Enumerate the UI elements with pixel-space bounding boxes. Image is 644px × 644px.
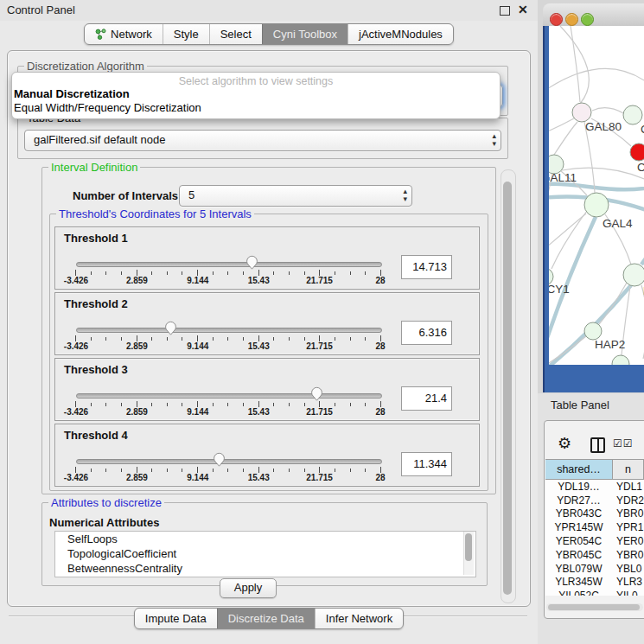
table-row[interactable]: YLR345WYLR3	[545, 576, 644, 590]
gear-icon[interactable]: ⚙	[558, 434, 571, 453]
table-row[interactable]: YBL079WYBL0	[545, 562, 644, 576]
table-row[interactable]: YDL19…YDL1	[545, 480, 644, 494]
tick-label: 21.715	[306, 341, 333, 351]
apply-button[interactable]: Apply	[220, 578, 277, 598]
network-window-titlebar[interactable]	[543, 3, 644, 27]
network-node[interactable]	[623, 105, 642, 124]
tab-select-label: Select	[220, 28, 252, 41]
algorithm-option-equal-width[interactable]: Equal Width/Frequency Discretization	[12, 101, 500, 115]
table-row[interactable]: YDR27…YDR2	[545, 494, 644, 507]
threshold-value-field[interactable]: 11.344	[401, 452, 452, 476]
table-cell[interactable]: YDR2	[612, 494, 644, 507]
network-node[interactable]	[630, 143, 644, 161]
attribute-list-item[interactable]: TopologicalCoefficient	[55, 546, 475, 561]
table-row[interactable]: YIL052CYIL0	[545, 589, 644, 596]
bottom-tab-bar: Impute Data Discretize Data Infer Networ…	[0, 608, 538, 629]
table-row[interactable]: YBR045CYBR0	[545, 548, 644, 562]
number-of-intervals-label: Number of Intervals	[73, 189, 178, 202]
network-edge[interactable]	[592, 108, 623, 113]
threshold-value-field[interactable]: 14.713	[401, 255, 452, 279]
tab-select[interactable]: Select	[209, 24, 262, 44]
network-edge[interactable]	[549, 68, 644, 97]
close-traffic-light-icon[interactable]	[550, 13, 563, 26]
network-node[interactable]	[623, 264, 644, 286]
split-columns-icon[interactable]	[590, 437, 605, 453]
tab-network[interactable]: Network	[85, 24, 163, 44]
tab-infer-network[interactable]: Infer Network	[315, 609, 403, 628]
panel-scrollbar-thumb[interactable]	[503, 182, 512, 595]
minimize-traffic-light-icon[interactable]	[565, 13, 578, 26]
threshold-value-field[interactable]: 21.4	[401, 386, 452, 411]
table-cell[interactable]: YDR27…	[545, 494, 612, 507]
table-cell[interactable]: YBR0	[612, 507, 643, 520]
network-node[interactable]	[572, 103, 591, 122]
table-header-row: shared… n	[545, 459, 644, 480]
attribute-list-item[interactable]: BetweennessCentrality	[55, 561, 475, 576]
network-node[interactable]	[584, 193, 609, 217]
attribute-list-item[interactable]: SelfLoops	[55, 532, 475, 546]
tick-label: 15.43	[248, 341, 270, 351]
slider-thumb-icon[interactable]	[213, 452, 226, 467]
slider-thumb-icon[interactable]	[310, 386, 323, 401]
network-graph[interactable]: GAL80GAGAL11GAL4GCY1HAHAP2C	[549, 26, 644, 365]
table-row[interactable]: YPR145WYPR1	[545, 520, 644, 534]
attributes-scrollbar-thumb[interactable]	[465, 533, 472, 561]
threshold-slider[interactable]	[76, 459, 382, 464]
float-window-icon[interactable]	[500, 6, 510, 16]
threshold-slider[interactable]	[76, 393, 382, 399]
checkbox-icons[interactable]: ☑☑	[613, 437, 634, 450]
table-cell[interactable]: YIL0	[612, 590, 638, 596]
table-cell[interactable]: YBR0	[612, 549, 643, 561]
table-cell[interactable]: YDL1	[612, 481, 642, 493]
slider-ticks	[75, 467, 381, 473]
network-edge[interactable]	[552, 211, 587, 269]
attributes-group-label: Attributes to discretize	[48, 496, 164, 509]
network-node-label: GCY1	[549, 283, 570, 296]
network-edge[interactable]	[549, 118, 574, 138]
table-horizontal-scrollbar-thumb[interactable]	[548, 604, 640, 610]
threshold-slider[interactable]	[76, 262, 382, 267]
table-cell[interactable]: YLR3	[612, 576, 642, 588]
table-cell[interactable]: YLR345W	[545, 576, 612, 588]
table-cell[interactable]: YBR043C	[545, 507, 612, 520]
table-cell[interactable]: YER054C	[545, 535, 612, 547]
zoom-traffic-light-icon[interactable]	[581, 13, 594, 26]
table-cell[interactable]: YPR1	[612, 521, 643, 533]
network-edge[interactable]	[560, 26, 589, 104]
network-edge[interactable]	[571, 26, 580, 102]
algorithm-placeholder-option[interactable]: Select algorithm to view settings	[12, 73, 500, 87]
threshold-title: Threshold 2	[64, 297, 128, 310]
table-cell[interactable]: YDL19…	[545, 481, 612, 493]
tab-jactivemnodules[interactable]: jActiveMNodules	[348, 24, 453, 44]
algorithm-option-manual[interactable]: Manual Discretization	[12, 87, 500, 101]
table-data-combobox[interactable]: galFiltered.sif default node ▴▾	[24, 130, 501, 151]
tab-impute-data[interactable]: Impute Data	[135, 609, 217, 628]
threshold-list: Threshold 1 -3.4262.8599.14415.4321.7152…	[54, 226, 480, 489]
table-cell[interactable]: YBR045C	[545, 549, 612, 561]
network-edge[interactable]	[549, 184, 644, 190]
network-node[interactable]	[584, 322, 602, 340]
table-cell[interactable]: YER0	[612, 535, 643, 547]
table-cell[interactable]: YIL052C	[545, 590, 612, 596]
threshold-panel: Threshold 4 -3.4262.8599.14415.4321.7152…	[54, 424, 480, 487]
tick-label: 28	[375, 276, 385, 285]
slider-ticks	[75, 335, 381, 341]
table-cell[interactable]: YBL0	[612, 563, 641, 575]
slider-thumb-icon[interactable]	[164, 321, 177, 335]
column-header-shared-name[interactable]: shared…	[545, 459, 613, 480]
table-row[interactable]: YER054CYER0	[545, 534, 644, 548]
table-cell[interactable]: YPR145W	[545, 521, 612, 533]
close-icon[interactable]: ✕	[518, 3, 528, 16]
numerical-attributes-list[interactable]: SelfLoopsTopologicalCoefficientBetweenne…	[54, 531, 476, 577]
threshold-value-field[interactable]: 6.316	[401, 321, 452, 345]
tab-style[interactable]: Style	[163, 24, 209, 44]
slider-thumb-icon[interactable]	[245, 255, 258, 270]
network-node[interactable]	[612, 355, 629, 365]
table-cell[interactable]: YBL079W	[545, 563, 612, 575]
number-of-intervals-combobox[interactable]: 5 ▴▾	[179, 185, 412, 207]
threshold-slider[interactable]	[76, 328, 382, 333]
table-row[interactable]: YBR043CYBR0	[545, 507, 644, 521]
tab-discretize-data[interactable]: Discretize Data	[217, 609, 315, 628]
tab-cyni-toolbox[interactable]: Cyni Toolbox	[262, 24, 348, 44]
column-header-name[interactable]: n	[613, 459, 644, 480]
